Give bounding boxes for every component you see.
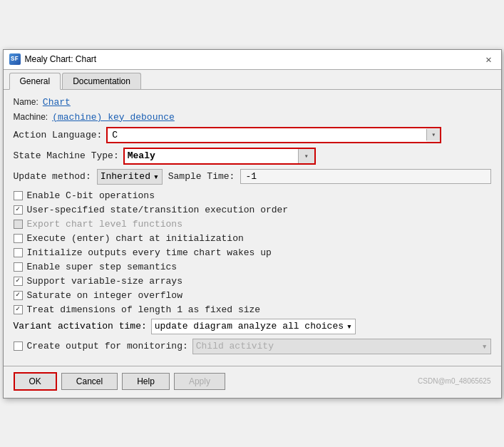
checkbox-row-4: Execute (enter) chart at initialization (14, 233, 491, 244)
tab-documentation[interactable]: Documentation (62, 73, 141, 89)
state-machine-type-value: Mealy (125, 149, 298, 163)
variant-arrow[interactable]: ▾ (346, 321, 352, 332)
cb-variable-size-label: Support variable-size arrays (27, 276, 182, 287)
checkbox-row-9: Treat dimensions of length 1 as fixed si… (14, 304, 491, 315)
main-window: SF Mealy Chart: Chart ✕ General Document… (3, 49, 502, 399)
cb-super-step[interactable] (14, 262, 23, 272)
action-language-label: Action Language: (14, 130, 103, 140)
state-machine-type-row: State Machine Type: Mealy ▾ (14, 148, 491, 165)
cb-initialize-outputs[interactable] (14, 248, 23, 257)
monitoring-label: Create output for monitoring: (27, 341, 188, 351)
cb-execute-enter[interactable] (14, 234, 23, 243)
cb-saturate-label: Saturate on integer overflow (27, 290, 182, 301)
state-machine-arrow[interactable]: ▾ (298, 149, 314, 163)
checkbox-row-2: User-specified state/transition executio… (14, 205, 491, 215)
cb-variable-size[interactable] (14, 277, 23, 286)
cb-export-chart-label: Export chart level functions (27, 219, 182, 230)
tab-general[interactable]: General (9, 73, 61, 90)
machine-label: Machine: (14, 112, 48, 122)
sample-time-input[interactable] (240, 169, 490, 184)
content-area: Name: Chart Machine: (machine) key debou… (4, 90, 501, 366)
tab-bar: General Documentation (4, 70, 501, 90)
cb-enable-c-bit-label: Enable C-bit operations (27, 190, 155, 201)
cb-user-specified[interactable] (14, 205, 23, 215)
cb-enable-c-bit[interactable] (14, 191, 23, 200)
variant-activation-row: Variant activation time: update diagram … (14, 319, 491, 334)
checkbox-row-1: Enable C-bit operations (14, 190, 491, 201)
machine-value[interactable]: (machine) key debounce (52, 112, 175, 123)
update-method-label: Update method: (14, 171, 91, 182)
cancel-button[interactable]: Cancel (61, 373, 118, 390)
close-button[interactable]: ✕ (483, 53, 495, 66)
window-title: Mealy Chart: Chart (25, 54, 97, 64)
update-method-row: Update method: Inherited ▾ Sample Time: (14, 169, 491, 185)
button-row: OK Cancel Help Apply CSDN@m0_48065625 (4, 366, 501, 398)
cb-execute-enter-label: Execute (enter) chart at initialization (27, 233, 244, 244)
name-row: Name: Chart (14, 97, 491, 108)
cb-initialize-outputs-label: Initialize outputs every time chart wake… (27, 247, 272, 258)
variant-value: update diagram analyze all choices (155, 321, 344, 332)
checkbox-row-5: Initialize outputs every time chart wake… (14, 247, 491, 258)
cb-treat-dimensions-label: Treat dimensions of length 1 as fixed si… (27, 304, 261, 315)
help-button[interactable]: Help (122, 373, 170, 390)
variant-select[interactable]: update diagram analyze all choices ▾ (151, 319, 356, 334)
update-method-arrow[interactable]: ▾ (153, 171, 159, 183)
state-machine-type-select[interactable]: Mealy ▾ (123, 148, 316, 165)
action-language-row: Action Language: C ▾ (14, 127, 491, 143)
state-machine-type-label: State Machine Type: (14, 150, 119, 161)
ok-button[interactable]: OK (14, 372, 57, 391)
action-language-value: C (108, 128, 426, 142)
machine-row: Machine: (machine) key debounce (14, 112, 491, 123)
action-language-arrow[interactable]: ▾ (426, 129, 440, 140)
update-method-value: Inherited (101, 171, 150, 182)
monitoring-select: Child activity ▾ (192, 339, 491, 354)
cb-user-specified-label: User-specified state/transition executio… (27, 205, 289, 215)
update-method-select[interactable]: Inherited ▾ (97, 169, 163, 185)
checkbox-row-7: Support variable-size arrays (14, 276, 491, 287)
variant-label: Variant activation time: (14, 321, 147, 332)
monitoring-arrow: ▾ (482, 341, 488, 352)
cb-export-chart (14, 220, 23, 229)
name-value[interactable]: Chart (43, 97, 71, 108)
apply-button[interactable]: Apply (174, 373, 225, 390)
titlebar: SF Mealy Chart: Chart ✕ (4, 50, 501, 70)
monitoring-row: Create output for monitoring: Child acti… (14, 339, 491, 354)
titlebar-left: SF Mealy Chart: Chart (9, 53, 97, 65)
cb-treat-dimensions[interactable] (14, 305, 23, 314)
monitoring-value: Child activity (196, 341, 479, 351)
checkbox-row-8: Saturate on integer overflow (14, 290, 491, 301)
checkbox-row-6: Enable super step semantics (14, 262, 491, 272)
cb-saturate[interactable] (14, 291, 23, 300)
cb-super-step-label: Enable super step semantics (27, 262, 178, 272)
app-icon: SF (9, 53, 21, 65)
name-label: Name: (14, 97, 38, 107)
checkbox-row-3: Export chart level functions (14, 219, 491, 230)
cb-monitoring[interactable] (14, 341, 23, 351)
sample-time-label: Sample Time: (168, 171, 235, 182)
action-language-select[interactable]: C ▾ (106, 127, 441, 143)
watermark: CSDN@m0_48065625 (418, 377, 490, 385)
